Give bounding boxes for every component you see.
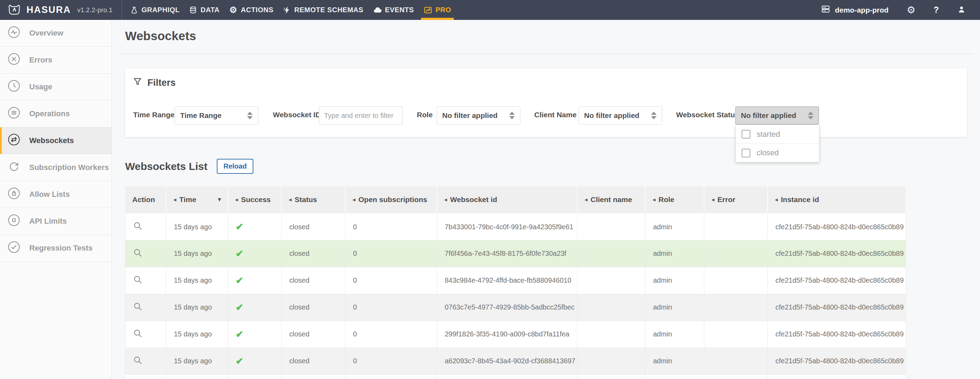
option-label: started — [757, 130, 780, 139]
success-cell: ✔ — [228, 348, 282, 374]
websocket-status-select[interactable]: No filter applied — [735, 106, 819, 125]
sidebar-item-websockets[interactable]: Websockets — [0, 127, 111, 154]
websocket-id-input[interactable] — [319, 106, 402, 125]
hasura-brand[interactable]: HASURA v1.2.2-pro.1 — [0, 0, 122, 20]
hasura-logo-icon — [8, 2, 21, 18]
success-cell: ✔ — [228, 267, 282, 294]
tab-data[interactable]: DATA — [185, 0, 224, 20]
column-client-name[interactable]: ◂Client name — [578, 186, 646, 213]
sidebar-item-errors[interactable]: Errors — [0, 47, 111, 74]
database-icon — [189, 6, 197, 14]
tab-label: ACTIONS — [241, 6, 274, 14]
sidebar-item-usage[interactable]: Usage — [0, 74, 111, 101]
tab-actions[interactable]: ⚙ ACTIONS — [224, 0, 278, 20]
column-role[interactable]: ◂Role — [646, 186, 704, 213]
empty-cell — [166, 374, 228, 379]
tab-remote-schemas[interactable]: REMOTE SCHEMAS — [278, 0, 368, 20]
sort-caret-icon: ◂ — [653, 197, 655, 203]
status-option-started[interactable]: started — [736, 125, 819, 144]
inspect-row-button[interactable] — [133, 329, 143, 338]
sort-caret-icon: ◂ — [444, 197, 447, 203]
empty-cell — [345, 374, 437, 379]
closed-checkbox[interactable] — [741, 149, 750, 157]
status-option-closed[interactable]: closed — [736, 144, 819, 162]
column-websocket-id[interactable]: ◂Websocket id — [437, 186, 578, 213]
reload-button[interactable]: Reload — [217, 159, 253, 174]
websocket-status-dropdown: started closed — [735, 125, 819, 162]
status-cell: closed — [282, 267, 345, 294]
sidebar-item-subscription-workers[interactable]: Subscription Workers — [0, 154, 111, 181]
role-cell: admin — [646, 348, 704, 374]
sort-caret-icon: ◂ — [289, 197, 292, 203]
status-cell: closed — [282, 348, 345, 374]
column-success[interactable]: ◂Success — [228, 186, 282, 213]
pulse-icon — [8, 26, 20, 40]
sidebar-item-label: Errors — [29, 56, 52, 64]
success-cell: ✔ — [228, 294, 282, 321]
navbar-tabs: GRAPHIQL DATA ⚙ ACTIONS REMOTE SCHEMAS — [126, 0, 456, 20]
time-cell: 15 days ago — [166, 321, 228, 348]
column-open-subscriptions[interactable]: ◂Open subscriptions — [345, 186, 437, 213]
inspect-row-button[interactable] — [133, 248, 143, 257]
column-error[interactable]: ◂Error — [704, 186, 768, 213]
inspect-row-button[interactable] — [133, 302, 143, 311]
table-row: 15 days ago ✔ closed 0 843c984e-4792-4ff… — [126, 267, 906, 294]
sort-caret-icon: ◂ — [353, 197, 355, 203]
inspect-row-button[interactable] — [133, 356, 143, 365]
column-status[interactable]: ◂Status — [282, 186, 345, 213]
arrows-swap-icon — [8, 133, 20, 148]
sidebar-item-overview[interactable]: Overview — [0, 20, 111, 47]
role-cell: admin — [646, 213, 704, 240]
project-selector[interactable]: demo-app-prod — [821, 5, 889, 15]
inspect-row-button[interactable] — [133, 275, 143, 285]
main-content: Websockets Filters Time Range Time Range… — [112, 20, 980, 379]
role-cell: admin — [646, 294, 704, 321]
list-title: Websockets List — [125, 160, 207, 173]
column-action: Action — [126, 186, 166, 213]
tab-pro[interactable]: PRO — [419, 0, 456, 20]
time-range-value: Time Range — [180, 111, 222, 120]
open-subscriptions-cell: 0 — [345, 240, 437, 267]
column-time[interactable]: ◂Time▾ — [166, 186, 228, 213]
tab-events[interactable]: EVENTS — [368, 0, 419, 20]
table-row: 15 days ago ✔ closed 0 a62093c7-8b45-43a… — [126, 348, 906, 374]
clock-icon — [8, 80, 20, 94]
tab-graphiql[interactable]: GRAPHIQL — [126, 0, 185, 20]
instance-id-cell: cfe21d5f-75ab-4800-824b-d0ec865c0b89 — [768, 294, 906, 321]
table-row-partial — [126, 374, 906, 379]
sidebar-item-label: Regression Tests — [29, 244, 93, 253]
account-button[interactable] — [957, 5, 966, 15]
sort-caret-icon: ◂ — [173, 197, 177, 203]
time-range-select[interactable]: Time Range — [175, 106, 258, 125]
client-name-select[interactable]: No filter applied — [579, 106, 662, 125]
role-select[interactable]: No filter applied — [437, 106, 520, 125]
success-cell: ✔ — [228, 213, 282, 240]
navbar-right: demo-app-prod ⚙ ? — [821, 0, 980, 20]
sidebar-item-label: API Limits — [29, 217, 67, 226]
time-cell: 15 days ago — [166, 240, 228, 267]
role-label: Role — [417, 110, 433, 119]
sidebar-item-api-limits[interactable]: API Limits — [0, 208, 111, 235]
inspect-row-button[interactable] — [133, 221, 143, 231]
started-checkbox[interactable] — [741, 130, 750, 139]
chart-icon — [424, 6, 432, 14]
role-cell: admin — [646, 267, 704, 294]
column-instance-id[interactable]: ◂Instance id — [768, 186, 906, 213]
success-check-icon: ✔ — [235, 356, 243, 366]
status-cell: closed — [282, 240, 345, 267]
status-cell: closed — [282, 213, 345, 240]
status-cell: closed — [282, 294, 345, 321]
cloud-icon — [373, 6, 382, 14]
sort-desc-icon: ▾ — [218, 196, 221, 203]
websocket-id-cell: 7b433001-79bc-4c0f-991e-9a42305f9e61 — [437, 213, 578, 240]
sidebar-item-operations[interactable]: Operations — [0, 101, 111, 127]
tab-label: REMOTE SCHEMAS — [294, 6, 363, 14]
client-name-label: Client Name — [534, 110, 576, 119]
title-divider — [118, 54, 974, 54]
sidebar-item-regression-tests[interactable]: Regression Tests — [0, 235, 111, 262]
websocket-id-cell: 7f6f456a-7e43-45f8-8175-6f0fe730a23f — [437, 240, 578, 267]
settings-button[interactable]: ⚙ — [907, 5, 916, 15]
time-cell: 15 days ago — [166, 348, 228, 374]
help-button[interactable]: ? — [934, 5, 939, 15]
sidebar-item-allow-lists[interactable]: Allow Lists — [0, 181, 111, 208]
